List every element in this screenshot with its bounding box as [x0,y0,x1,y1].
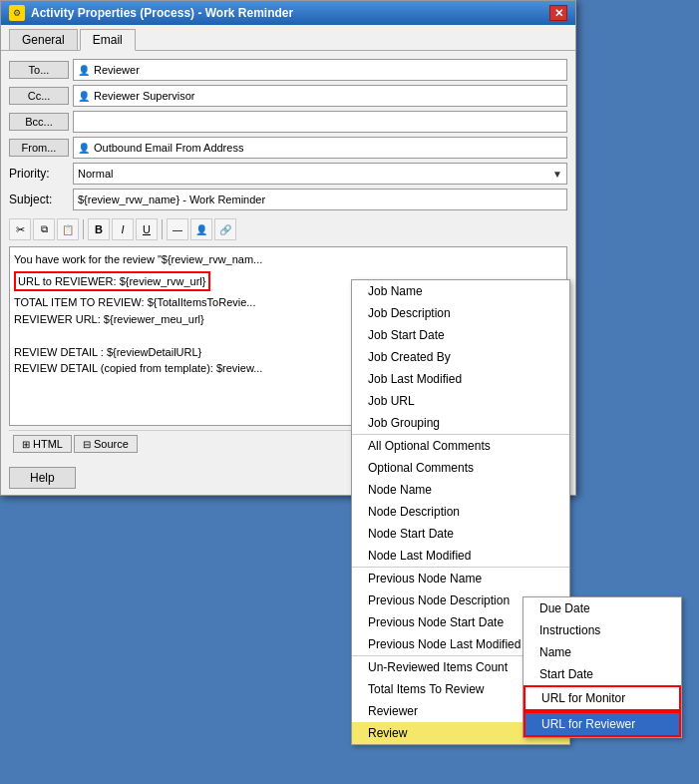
submenu-item-due-date[interactable]: Due Date [524,597,681,619]
help-button[interactable]: Help [9,467,76,489]
menu-item-job-grouping[interactable]: Job Grouping [352,412,569,434]
menu-item-job-start-date-label: Job Start Date [368,328,445,342]
italic-button[interactable]: I [112,218,134,240]
copy-icon: ⧉ [41,223,48,235]
cc-person-icon: 👤 [78,91,90,102]
menu-item-job-last-modified-label: Job Last Modified [368,372,462,386]
subject-row: Subject: [9,189,567,210]
submenu-item-instructions[interactable]: Instructions [524,619,681,641]
menu-item-previous-node-start-date-label: Previous Node Start Date [368,615,504,629]
menu-item-reviewer-label: Reviewer [368,704,418,718]
menu-item-job-grouping-label: Job Grouping [368,416,440,430]
cc-button[interactable]: Cc... [9,87,69,105]
bcc-button[interactable]: Bcc... [9,113,69,131]
toolbar-sep-1 [83,219,84,239]
menu-item-optional-comments-label: Optional Comments [368,461,474,475]
menu-item-job-start-date[interactable]: Job Start Date [352,324,569,346]
menu-item-job-url-label: Job URL [368,394,415,408]
html-tab-icon: ⊞ [22,439,30,450]
tabs-row: General Email [1,25,575,51]
toolbar-row: ✂ ⧉ 📋 B I U — 👤 🔗 [9,216,567,242]
menu-item-job-description-label: Job Description [368,306,451,320]
tab-general[interactable]: General [9,29,78,50]
bcc-row: Bcc... [9,111,567,133]
paste-button[interactable]: 📋 [57,218,79,240]
link-icon: 🔗 [219,224,231,235]
review-submenu: Due Date Instructions Name Start Date UR… [523,596,682,738]
from-value: Outbound Email From Address [94,142,243,154]
close-button[interactable]: ✕ [549,5,567,21]
menu-item-job-url[interactable]: Job URL [352,390,569,412]
cc-field[interactable]: 👤 Reviewer Supervisor [73,85,567,107]
title-bar-left: ⚙ Activity Properties (Process) - Work R… [9,5,293,21]
menu-item-job-created-by[interactable]: Job Created By [352,346,569,368]
submenu-item-instructions-label: Instructions [539,623,600,637]
priority-row: Priority: Normal ▼ [9,163,567,185]
subject-input[interactable] [73,189,567,210]
to-row: To... 👤 Reviewer [9,59,567,81]
html-tab-label: HTML [33,438,63,450]
menu-item-previous-node-name[interactable]: Previous Node Name [352,567,569,589]
menu-item-job-last-modified[interactable]: Job Last Modified [352,368,569,390]
bcc-btn-container: Bcc... [9,113,69,131]
priority-label: Priority: [9,167,73,181]
menu-item-node-last-modified[interactable]: Node Last Modified [352,545,569,567]
bold-button[interactable]: B [88,218,110,240]
paste-icon: 📋 [62,224,74,235]
menu-item-node-name-label: Node Name [368,483,432,497]
menu-item-previous-node-description-label: Previous Node Description [368,593,510,607]
link-button[interactable]: 🔗 [214,218,236,240]
tab-email[interactable]: Email [80,29,136,51]
from-btn-container: From... [9,139,69,157]
menu-item-all-optional-comments-label: All Optional Comments [368,439,491,453]
to-button[interactable]: To... [9,61,69,79]
submenu-item-start-date-label: Start Date [539,667,593,681]
source-tab-label: Source [94,438,129,450]
menu-item-node-start-date-label: Node Start Date [368,527,454,541]
menu-item-node-description[interactable]: Node Description [352,501,569,523]
menu-item-job-created-by-label: Job Created By [368,350,451,364]
em-dash-button[interactable]: — [167,218,188,240]
menu-item-node-name[interactable]: Node Name [352,479,569,501]
submenu-item-url-for-monitor[interactable]: URL for Monitor [524,685,681,711]
from-person-icon: 👤 [78,143,90,154]
submenu-item-url-for-monitor-label: URL for Monitor [541,691,625,705]
toolbar-sep-2 [162,219,163,239]
to-field[interactable]: 👤 Reviewer [73,59,567,81]
window-title: Activity Properties (Process) - Work Rem… [31,6,293,20]
from-field[interactable]: 👤 Outbound Email From Address [73,137,567,159]
menu-item-optional-comments[interactable]: Optional Comments [352,457,569,479]
menu-item-job-name[interactable]: Job Name [352,280,569,302]
underline-button[interactable]: U [136,218,158,240]
body-line-1: You have work for the review "${review_r… [14,251,562,268]
menu-item-job-description[interactable]: Job Description [352,302,569,324]
to-person-icon: 👤 [78,65,90,76]
submenu-item-name-label: Name [539,645,571,659]
menu-item-job-name-label: Job Name [368,284,423,298]
submenu-item-name[interactable]: Name [524,641,681,663]
priority-select[interactable]: Normal ▼ [73,163,567,185]
from-button[interactable]: From... [9,139,69,157]
menu-item-node-start-date[interactable]: Node Start Date [352,523,569,545]
cc-value: Reviewer Supervisor [94,90,194,102]
copy-button[interactable]: ⧉ [33,218,55,240]
menu-item-previous-node-last-modified-label: Previous Node Last Modified [368,637,521,651]
submenu-item-start-date[interactable]: Start Date [524,663,681,685]
person-button[interactable]: 👤 [190,218,212,240]
source-tab[interactable]: ⊟ Source [74,435,138,453]
person-icon: 👤 [195,224,207,235]
menu-item-total-items-to-review-label: Total Items To Review [368,682,485,696]
html-tab[interactable]: ⊞ HTML [13,435,72,453]
body-line-2: URL to REVIEWER: ${review_rvw_url} [14,271,210,292]
bcc-field[interactable] [73,111,567,133]
menu-item-unreviewed-items-count-label: Un-Reviewed Items Count [368,660,508,674]
submenu-item-due-date-label: Due Date [539,601,590,615]
cut-button[interactable]: ✂ [9,218,31,240]
to-btn-container: To... [9,61,69,79]
menu-item-all-optional-comments[interactable]: All Optional Comments [352,434,569,457]
cc-btn-container: Cc... [9,87,69,105]
menu-item-node-last-modified-label: Node Last Modified [368,549,471,563]
menu-item-review-label: Review [368,726,407,740]
menu-item-previous-node-name-label: Previous Node Name [368,572,482,586]
submenu-item-url-for-reviewer[interactable]: URL for Reviewer [524,711,681,737]
